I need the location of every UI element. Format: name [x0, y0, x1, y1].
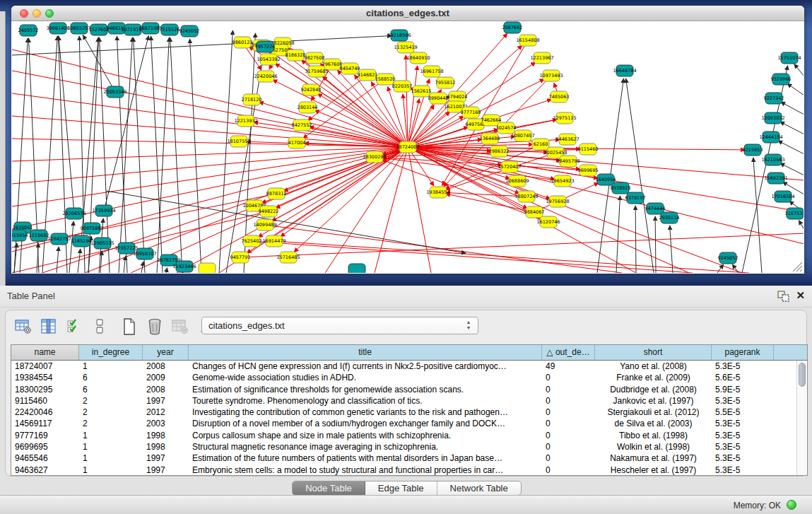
graph-edge[interactable]: [670, 226, 673, 273]
table-row[interactable]: 1830029562008Estimation of significance …: [11, 384, 807, 395]
graph-edge[interactable]: [799, 221, 804, 230]
graph-node[interactable]: 22420046: [254, 71, 277, 82]
graph-edge[interactable]: [408, 66, 418, 147]
graph-edge[interactable]: [12, 36, 392, 55]
graph-node[interactable]: 1167533: [785, 208, 804, 219]
table-header-row[interactable]: namein_degreeyeartitle△ out_de…shortpage…: [11, 345, 807, 361]
graph-node[interactable]: 18300295: [363, 151, 386, 163]
table-settings-button[interactable]: [14, 317, 33, 336]
graph-node[interactable]: 18640910: [406, 52, 430, 64]
column-header-short[interactable]: short: [595, 345, 712, 360]
graph-node[interactable]: 15692391: [764, 173, 787, 184]
graph-node[interactable]: 31759685: [305, 66, 328, 77]
graph-node[interactable]: 9777169: [461, 107, 481, 118]
graph-node[interactable]: 9699695: [578, 165, 599, 176]
graph-edge[interactable]: [781, 102, 804, 115]
graph-node[interactable]: 12942757: [47, 233, 71, 245]
column-header-in_degree[interactable]: in_degree: [79, 345, 143, 360]
column-header-out_de[interactable]: △ out_de…: [542, 345, 595, 360]
graph-node[interactable]: 18724007: [396, 141, 419, 153]
column-header-title[interactable]: title: [189, 345, 542, 360]
graph-node[interactable]: 19218596: [387, 30, 411, 41]
graph-node[interactable]: 7625402: [242, 235, 262, 247]
graph-edge[interactable]: [408, 147, 804, 244]
table-row[interactable]: 946554611997Estimation of the future num…: [11, 452, 807, 464]
graph-node[interactable]: 12444154: [759, 132, 782, 143]
graph-edge[interactable]: [12, 211, 269, 273]
graph-node[interactable]: 20053346: [103, 86, 126, 98]
graph-node[interactable]: 12905135: [90, 238, 114, 249]
graph-edge[interactable]: [317, 94, 408, 147]
attribute-table[interactable]: namein_degreeyeartitle△ out_de…shortpage…: [11, 344, 808, 476]
graph-node[interactable]: 2405572: [18, 25, 39, 36]
table-row[interactable]: 1938455462009Genome-wide association stu…: [11, 372, 807, 383]
graph-edge[interactable]: [259, 102, 408, 147]
network-graph-canvas[interactable]: 1872400798601238912954182260589827509818…: [12, 21, 804, 273]
table-row[interactable]: 911546021997Tourette syndrome. Phenomeno…: [11, 395, 807, 407]
graph-node[interactable]: 2935114: [659, 212, 680, 223]
graph-node[interactable]: 16154808: [516, 35, 539, 46]
graph-node[interactable]: 7515526: [160, 24, 180, 35]
graph-node[interactable]: 9245052: [718, 252, 739, 264]
graph-node[interactable]: 9329966: [771, 74, 792, 85]
graph-node[interactable]: [348, 264, 365, 273]
graph-node[interactable]: 20206576: [62, 208, 86, 219]
table-selector-dropdown[interactable]: citations_edges.txt ▲▼: [201, 317, 478, 334]
graph-node[interactable]: 15720407: [498, 161, 521, 173]
graph-node[interactable]: 19654923: [551, 175, 574, 187]
graph-edge[interactable]: [254, 122, 408, 147]
close-panel-icon[interactable]: ✕: [796, 289, 805, 302]
graph-edge[interactable]: [190, 39, 201, 273]
column-header-pagerank[interactable]: pagerank: [712, 345, 774, 360]
graph-edge[interactable]: [104, 36, 148, 211]
graph-node[interactable]: 14463627: [555, 134, 579, 145]
graph-node[interactable]: 417004: [288, 137, 306, 148]
graph-node[interactable]: 62160: [532, 139, 549, 150]
graph-node[interactable]: 7955812: [435, 77, 456, 88]
graph-edge[interactable]: [794, 64, 804, 76]
graph-node[interactable]: 17359934: [92, 205, 115, 216]
graph-node[interactable]: 6379197: [625, 192, 646, 204]
graph-node[interactable]: 3024574: [496, 122, 517, 134]
graph-edge[interactable]: [787, 83, 804, 95]
graph-node[interactable]: 30691406: [46, 23, 69, 34]
column-visibility-button[interactable]: [40, 317, 58, 336]
graph-node[interactable]: 11923446: [172, 261, 196, 272]
import-table-button-disabled[interactable]: [171, 317, 189, 336]
graph-node[interactable]: 2087662: [502, 22, 523, 33]
delete-table-button[interactable]: [146, 317, 164, 336]
graph-node[interactable]: 18495798: [556, 156, 579, 167]
graph-node[interactable]: 90975887: [80, 223, 103, 234]
graph-node[interactable]: 2986322: [489, 146, 510, 157]
graph-edge[interactable]: [12, 93, 408, 147]
table-body[interactable]: 1872400712008Changes of HCN gene express…: [11, 361, 807, 476]
graph-node[interactable]: 1145194: [71, 235, 92, 247]
graph-edge[interactable]: [780, 122, 804, 134]
table-row[interactable]: 969969511998Structural magnetic resonanc…: [11, 441, 807, 452]
graph-node[interactable]: 18107552: [227, 136, 250, 147]
graph-node[interactable]: 10655257: [67, 23, 90, 34]
graph-edge[interactable]: [12, 116, 408, 147]
merge-rows-button[interactable]: [90, 317, 109, 336]
graph-edge[interactable]: [717, 264, 724, 273]
graph-node[interactable]: 9242848: [301, 84, 322, 95]
graph-edge[interactable]: [655, 216, 656, 273]
graph-node[interactable]: 1364486: [480, 133, 500, 144]
new-table-button[interactable]: [120, 317, 139, 336]
graph-node[interactable]: 12213967: [530, 52, 553, 64]
graph-node[interactable]: 9115460: [578, 144, 599, 155]
graph-node[interactable]: 2718120: [242, 94, 262, 105]
graph-node[interactable]: 10543392: [257, 54, 280, 65]
graph-edge[interactable]: [616, 196, 620, 273]
memory-ok-indicator-icon[interactable]: [787, 500, 796, 510]
graph-edge[interactable]: [635, 206, 636, 273]
graph-edge[interactable]: [534, 183, 599, 212]
table-row[interactable]: 946362711997Embryonic stem cells: a mode…: [11, 465, 807, 476]
graph-edge[interactable]: [778, 141, 804, 154]
network-window-titlebar[interactable]: citations_edges.txt: [11, 6, 804, 21]
graph-node[interactable]: 9884067: [524, 206, 545, 218]
graph-edge[interactable]: [12, 139, 408, 147]
graph-node[interactable]: 15716485: [276, 252, 300, 263]
table-row[interactable]: 1456911722003Disruption of a novel membe…: [11, 418, 807, 429]
graph-edge[interactable]: [240, 233, 804, 257]
